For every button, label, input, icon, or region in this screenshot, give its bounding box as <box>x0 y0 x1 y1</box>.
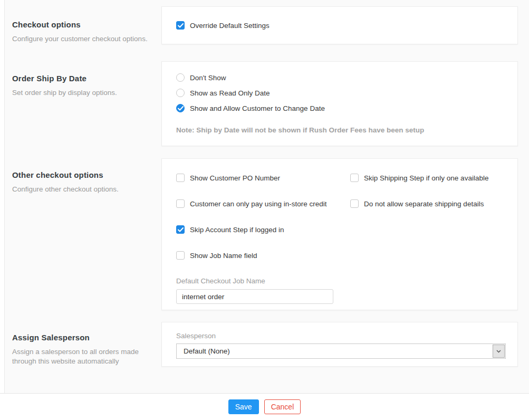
option-label: Show Customer PO Number <box>190 174 280 182</box>
section-other-checkout-options: Other checkout options Configure other c… <box>5 158 529 310</box>
checkbox-skip-shipping-step[interactable]: Skip Shipping Step if only one available <box>350 174 503 182</box>
radio-icon <box>176 104 185 112</box>
option-label: Show as Read Only Date <box>190 89 270 97</box>
option-label: Do not allow separate shipping details <box>364 200 484 208</box>
checkbox-show-job-name-field[interactable]: Show Job Name field <box>176 251 503 260</box>
salesperson-select[interactable]: Default (None) <box>176 343 506 359</box>
checkout-settings-page: Checkout options Configure your customer… <box>0 0 529 420</box>
section-assign-salesperson: Assign Salesperson Assign a salesperson … <box>5 322 529 367</box>
ship-by-date-note: Note: Ship by Date will not be shown if … <box>176 126 503 134</box>
salesperson-select-value: Default (None) <box>184 347 230 355</box>
section-title: Assign Salesperson <box>12 333 149 342</box>
section-description: Configure your customer checkout options… <box>12 34 149 44</box>
section-title: Other checkout options <box>12 170 149 179</box>
check-icon <box>178 23 184 28</box>
settings-content: Checkout options Configure your customer… <box>4 0 529 393</box>
checkbox-icon <box>176 225 185 234</box>
radio-icon <box>176 89 185 97</box>
check-icon <box>178 106 184 111</box>
default-checkout-job-name-label: Default Checkout Job Name <box>176 277 503 285</box>
radio-option-dont-show[interactable]: Don't Show <box>176 73 503 82</box>
checkbox-in-store-credit-only[interactable]: Customer can only pay using in-store cre… <box>176 199 350 208</box>
option-label: Skip Shipping Step if only one available <box>364 174 488 182</box>
chevron-down-icon <box>496 350 501 353</box>
section-description: Configure other checkout options. <box>12 185 149 194</box>
checkbox-override-default-settings[interactable]: Override Default Settings <box>176 21 270 30</box>
option-label: Show and Allow Customer to Change Date <box>190 104 325 112</box>
salesperson-label: Salesperson <box>176 332 506 340</box>
check-icon <box>178 227 184 232</box>
section-title: Order Ship By Date <box>12 74 149 83</box>
option-label: Skip Account Step if logged in <box>190 226 284 234</box>
checkbox-grid-row: Customer can only pay using in-store cre… <box>176 199 503 208</box>
option-label: Customer can only pay using in-store cre… <box>190 200 327 208</box>
option-label: Don't Show <box>190 74 226 82</box>
section-description: Assign a salesperson to all orders made … <box>12 347 149 366</box>
panel-order-ship-by-date: Don't Show Show as Read Only Date Show a… <box>161 61 518 146</box>
checkbox-no-separate-shipping-details[interactable]: Do not allow separate shipping details <box>350 199 503 208</box>
default-checkout-job-name-input[interactable] <box>176 289 333 304</box>
checkbox-icon <box>350 174 359 182</box>
section-order-ship-by-date: Order Ship By Date Set order ship by dis… <box>5 61 529 146</box>
section-side-assign-salesperson: Assign Salesperson Assign a salesperson … <box>5 322 161 367</box>
radio-option-show-read-only[interactable]: Show as Read Only Date <box>176 89 503 97</box>
cancel-button[interactable]: Cancel <box>264 399 301 414</box>
checkbox-skip-account-step[interactable]: Skip Account Step if logged in <box>176 225 503 234</box>
checkbox-icon <box>176 251 185 260</box>
option-label: Show Job Name field <box>190 252 257 260</box>
section-description: Set order ship by display options. <box>12 88 149 98</box>
save-button[interactable]: Save <box>228 399 259 414</box>
checkbox-icon <box>176 174 185 182</box>
section-side-other-checkout-options: Other checkout options Configure other c… <box>5 158 161 310</box>
panel-checkout-options: Override Default Settings <box>161 6 518 44</box>
section-title: Checkout options <box>12 20 149 29</box>
checkbox-icon <box>176 21 185 30</box>
section-side-checkout-options: Checkout options Configure your customer… <box>5 6 161 44</box>
section-side-order-ship-by-date: Order Ship By Date Set order ship by dis… <box>5 61 161 146</box>
checkbox-icon <box>176 199 185 208</box>
checkbox-grid-row: Show Customer PO Number Skip Shipping St… <box>176 174 503 182</box>
select-arrow-button[interactable] <box>493 345 505 358</box>
footer-action-bar: Save Cancel <box>0 393 529 420</box>
option-label: Override Default Settings <box>190 22 270 30</box>
panel-other-checkout-options: Show Customer PO Number Skip Shipping St… <box>161 158 518 310</box>
checkbox-show-customer-po-number[interactable]: Show Customer PO Number <box>176 174 350 182</box>
radio-icon <box>176 73 185 82</box>
checkbox-icon <box>350 199 359 208</box>
panel-assign-salesperson: Salesperson Default (None) <box>161 322 518 367</box>
radio-option-show-and-allow-change[interactable]: Show and Allow Customer to Change Date <box>176 104 503 112</box>
section-checkout-options: Checkout options Configure your customer… <box>5 0 529 44</box>
